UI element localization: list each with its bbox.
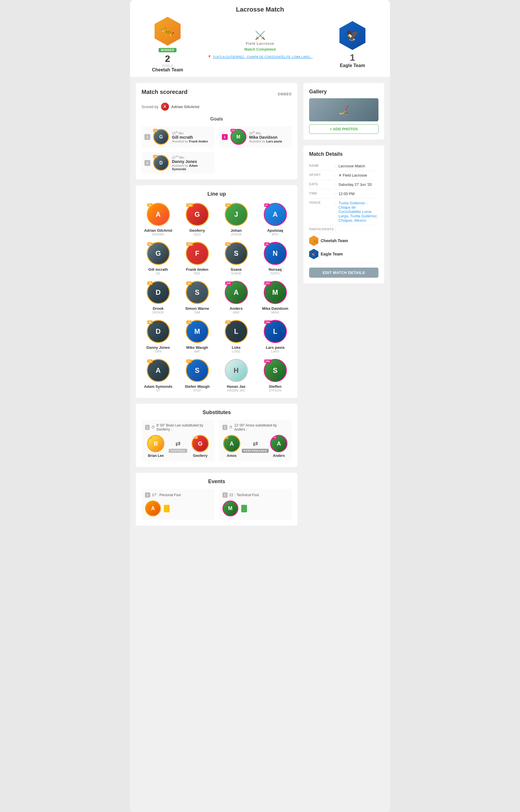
player-number: 39 [147,281,153,285]
player-card: F 222 Frank linden REE [181,242,214,275]
sub-avatar: A 245 [270,435,287,452]
cheetah-hex: 🐆 [155,17,181,46]
sub-arrow: ⇄ PERFORMANCE [242,440,269,453]
gallery-section: Gallery 🏒 + ADD PHOTOS [303,83,384,139]
player-number: 236 [186,203,193,207]
event-description: 17' : Personal Foul [152,493,181,497]
sub-players: B 56 Brian Lee ⇄ TACTICAL [145,435,211,458]
player-name: Steffen [269,384,281,389]
player-number: 23 [225,321,231,324]
detail-date-row: DATE : Saturday 27 Jun '20 [309,180,379,189]
detail-time-row: TIME : 12:00 PM [309,189,379,199]
match-title: Lacrosse Match [139,6,381,13]
player-name: Drook [153,306,164,311]
goal-info: 15th Min Gill mcrath Assisted by Frank l… [172,131,212,143]
sub-player-num: 245 [271,436,277,439]
goal-player-num: 232 [231,129,236,132]
detail-venue-row: VENUE : Tuxtla Gutierrez - Chiapa de Cor… [309,199,379,225]
detail-label: TIME [309,192,335,196]
player-code: REE [194,272,201,275]
player-name: Norsaq [269,267,282,272]
player-avatar-wrap: A 22 [147,359,170,382]
player-card: D 39 Drook DROOK [141,281,175,314]
sub-to-player: A 245 Anders [270,435,287,458]
detail-label: VENUE [309,201,335,223]
player-name: Adam Symonds [144,384,172,389]
player-card: L 234 Lars pavia LARS [259,320,292,353]
sub-tag: TACTICAL [169,449,187,453]
sub-tag: PERFORMANCE [242,449,269,453]
events-title: Events [141,479,292,485]
player-card: G 43 Gill mcrath GIL [141,242,175,275]
player-name: Aputsiaq [267,228,283,233]
sub-team-num: 1 [145,425,150,430]
player-card: D 35 Danny Jones DAN [141,320,175,353]
cheetah-team-name: Cheetah Team [152,67,183,73]
sub-player-name: Amos [227,454,236,458]
green-card [241,505,247,512]
player-code: ADRIAN [152,233,164,236]
venue-detail-link[interactable]: Tuxtla Gutierrez - Chiapa de CorzoSatéli… [339,201,378,223]
sub-player-num: 43 [224,436,228,439]
player-card: A 245 Anders AND [219,281,253,314]
event-item: 1 21' : Technical Foul M [219,489,292,520]
match-header-top: 🐆 WINNER 2 GOALS Cheetah Team ⚔️ Field L… [139,17,381,73]
player-avatar-wrap: A 67 [264,203,287,226]
player-number: 35 [147,321,153,324]
player-name: Gill mcrath [149,267,168,272]
goal-time: 22nd Min [172,155,212,159]
goal-player-name: Danny Jones [172,159,212,164]
player-code: NORS [271,272,280,275]
right-column: Gallery 🏒 + ADD PHOTOS Match Details NAM… [303,83,384,531]
player-code: AND [233,311,239,314]
eagle-team-name: Eagle Team [340,63,365,68]
match-status: Match Completed [244,47,276,51]
player-number: 67 [186,359,191,363]
player-code: HASAN JAS [227,389,245,392]
sub-players: A 43 Amos ⇄ PERFORMANCE [223,435,289,458]
scorecard-header: Match scorecard EMBED [141,89,292,100]
sub-header: 1 ⏱ 8' 00" Brian Lee substituted by Geof… [145,423,211,431]
player-name: Loke [232,345,240,350]
main-layout: Match scorecard EMBED Scored by A Adrian… [130,77,390,537]
substitutes-title: Substitutes [141,409,292,415]
goal-player-name: Gill mcrath [172,135,212,139]
embed-button[interactable]: EMBED [278,92,292,96]
subs-grid: 1 ⏱ 8' 00" Brian Lee substituted by Geof… [141,420,292,461]
event-player: A [145,501,211,516]
player-code: MIKA [271,311,279,314]
detail-value: Tuxtla Gutierrez - Chiapa de CorzoSatéli… [339,201,379,223]
player-number: 24 [264,243,269,246]
player-name: Mika Davidson [262,306,288,311]
match-details-section: Match Details NAME : Lacrosse Match SPOR… [303,145,384,283]
player-number: 67 [264,203,269,207]
player-name: Johan [231,228,241,233]
venue-link[interactable]: TUXTLA GUTIERREZ - CHIAPA DE CORZOSATÉLI… [213,55,313,59]
player-code: MIK [194,350,200,353]
detail-label: NAME [309,164,335,168]
player-name: Stefen Waugh [185,384,209,389]
sub-arrow: ⇄ TACTICAL [169,440,187,453]
player-avatar-wrap: L 234 [264,320,287,343]
lineup-section: Line up A 45 Adrian Gilchrist ADRIAN G [136,185,297,398]
player-card: S 343 Steffen STFEEN [259,359,292,392]
player-number: 13 [186,321,191,324]
scorecard-section: Match scorecard EMBED Scored by A Adrian… [136,83,297,179]
add-photos-button[interactable]: + ADD PHOTOS [309,124,379,134]
participant-cheetah: 🐆 Cheetah Team [309,235,379,246]
cheetah-team-block: 🐆 WINNER 2 GOALS Cheetah Team [139,17,197,73]
detail-value: ✕ Field Lacrosse [339,173,367,177]
edit-match-details-button[interactable]: EDIT MATCH DETAILS [309,268,379,278]
player-avatar-wrap: M 232 [264,281,287,304]
sub-player-num: 236 [192,436,198,439]
sub-player-name: Geoferry [193,454,207,458]
participant-cheetah-hex: 🐆 [309,235,318,246]
player-code: APU [272,233,279,236]
winner-badge: WINNER [159,48,177,52]
player-number: 222 [186,243,193,246]
match-header: Lacrosse Match 🐆 WINNER 2 GOALS Cheetah … [130,0,390,77]
goal-team-num: 1 [145,134,150,140]
player-code: STEF [193,389,201,392]
goal-time: 15th Min [172,131,212,135]
goal-assist: Assisted by Frank linden [172,139,212,143]
